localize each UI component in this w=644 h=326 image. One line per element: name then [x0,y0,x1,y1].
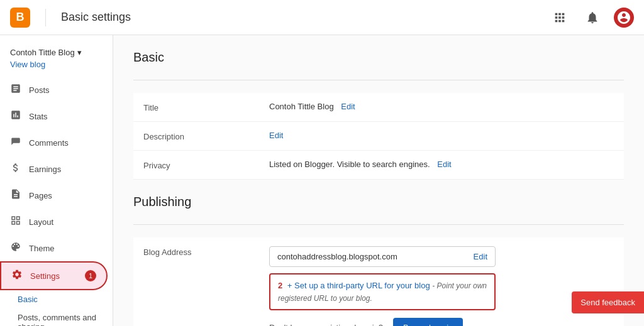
sidebar-comments-label: Comments [29,138,69,148]
buy-domain-button[interactable]: Buy a domain [393,318,464,326]
sidebar-settings-label: Settings [30,271,60,281]
sidebar-theme-label: Theme [29,244,54,253]
publishing-settings-table: Blog Address contohaddressblog.blogspot.… [133,237,624,326]
table-row: Blog Address contohaddressblog.blogspot.… [133,237,624,326]
table-row: Description Edit [133,122,624,151]
sidebar-item-pages[interactable]: Pages [0,182,108,209]
layout-icon [10,215,21,229]
blogger-logo-icon: B [10,8,30,28]
blog-address-label: Blog Address [133,237,259,326]
title-value: Contoh Tittle Blog Edit [259,93,624,122]
blog-address-field: contohaddressblog.blogspot.com Edit [269,246,496,267]
basic-section-title: Basic [133,50,624,70]
step-num: 2 [278,281,282,290]
basic-section: Basic Title Contoh Tittle Blog Edit Desc… [133,50,624,180]
privacy-edit-link[interactable]: Edit [437,160,451,169]
sidebar-item-layout[interactable]: Layout [0,209,108,235]
view-blog-link[interactable]: View blog [0,60,113,77]
page-title: Basic settings [61,11,131,24]
publishing-section-title: Publishing [133,195,624,214]
sidebar-stats-label: Stats [29,112,48,121]
posts-icon [10,83,21,97]
sub-item-basic[interactable]: Basic [10,290,108,308]
privacy-value: Listed on Blogger. Visible to search eng… [259,151,624,180]
blog-name: Contoh Tittle Blog [10,48,75,57]
no-domain-text: Don't have an existing domain? [269,323,383,326]
blog-selector[interactable]: Contoh Tittle Blog ▾ [0,40,113,60]
basic-settings-table: Title Contoh Tittle Blog Edit Descriptio… [133,93,624,180]
blog-address-value: contohaddressblog.blogspot.com Edit 2 + … [259,237,624,326]
third-party-url-link[interactable]: + Set up a third-party URL for your blog [287,281,430,290]
description-label: Description [133,122,259,151]
third-party-url-box: 2 + Set up a third-party URL for your bl… [269,273,496,310]
comments-icon [10,136,21,149]
sub-item-posts-comments[interactable]: Posts, comments and sharing [10,308,108,326]
settings-badge: 1 [85,270,96,281]
blog-address-text: contohaddressblog.blogspot.com [277,252,397,261]
navbar-actions [548,6,634,29]
sidebar-item-earnings[interactable]: Earnings [0,156,108,182]
app-layout: Contoh Tittle Blog ▾ View blog Posts Sta… [0,35,644,326]
title-text: Contoh Tittle Blog [269,102,334,111]
navbar: B Basic settings [0,0,644,35]
navbar-divider [45,9,46,26]
sidebar-layout-label: Layout [29,217,53,227]
pages-icon [10,188,21,202]
settings-sub-nav: Basic Posts, comments and sharing Email … [0,290,113,326]
earnings-icon [10,162,21,176]
logo-area: B Basic settings [10,8,131,28]
title-label: Title [133,93,259,122]
domain-row: Don't have an existing domain? Buy a dom… [269,318,614,326]
sidebar-earnings-label: Earnings [29,165,61,174]
settings-icon [11,269,23,283]
sidebar: Contoh Tittle Blog ▾ View blog Posts Sta… [0,35,113,326]
publishing-divider [133,224,624,225]
stats-icon [10,109,21,123]
sidebar-item-theme[interactable]: Theme [0,235,108,261]
sidebar-item-stats[interactable]: Stats [0,103,108,129]
avatar[interactable] [614,8,634,28]
description-edit-link[interactable]: Edit [269,131,283,140]
main-content: Basic Title Contoh Tittle Blog Edit Desc… [113,35,644,326]
privacy-label: Privacy [133,151,259,180]
bell-icon-button[interactable] [581,6,604,29]
blog-address-edit-link[interactable]: Edit [474,252,487,261]
send-feedback-button[interactable]: Send feedback [572,291,644,313]
theme-icon [10,241,21,255]
privacy-text: Listed on Blogger. Visible to search eng… [269,160,430,169]
description-value: Edit [259,122,624,151]
publishing-section: Publishing Blog Address contohaddressblo… [133,195,624,326]
sidebar-posts-label: Posts [29,85,50,95]
chevron-down-icon: ▾ [77,48,82,57]
sidebar-item-posts[interactable]: Posts [0,77,108,103]
sidebar-item-comments[interactable]: Comments [0,129,108,156]
table-row: Privacy Listed on Blogger. Visible to se… [133,151,624,180]
grid-icon-button[interactable] [548,6,571,29]
basic-divider [133,80,624,80]
sidebar-item-settings[interactable]: Settings 1 [0,261,108,290]
sidebar-pages-label: Pages [29,191,52,200]
table-row: Title Contoh Tittle Blog Edit [133,93,624,122]
title-edit-link[interactable]: Edit [341,102,355,111]
